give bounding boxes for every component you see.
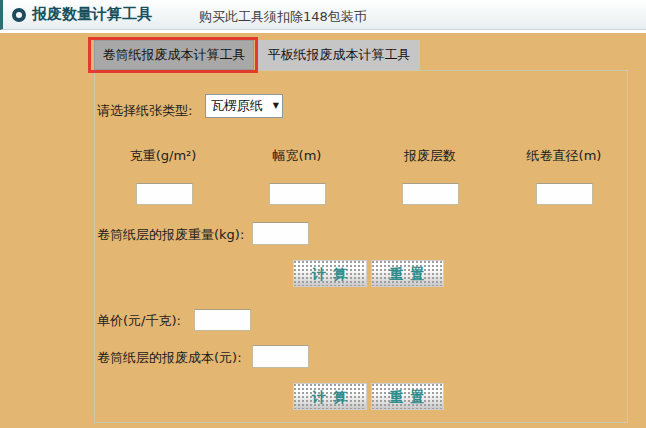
tab-flat-paper-calculator[interactable]: 平板纸报废成本计算工具: [256, 40, 420, 70]
calculate-cost-button[interactable]: 计 算: [293, 383, 367, 410]
grammage-input[interactable]: [136, 183, 193, 205]
diameter-input[interactable]: [536, 183, 593, 205]
column-header-width: 幅宽(m): [273, 147, 322, 165]
circle-bullet-icon: [12, 8, 26, 22]
tab-roll-paper-calculator[interactable]: 卷筒纸报废成本计算工具: [94, 40, 254, 70]
column-header-layers: 报废层数: [404, 147, 456, 165]
layers-input[interactable]: [402, 183, 459, 205]
form-panel-border: [94, 70, 628, 423]
calculate-weight-button[interactable]: 计 算: [293, 260, 367, 287]
unit-price-label: 单价(元/千克):: [97, 312, 181, 330]
paper-type-label: 请选择纸张类型:: [97, 102, 192, 120]
reset-weight-button[interactable]: 重 置: [371, 260, 444, 287]
app-window: 报废数量计算工具 购买此工具须扣除148包装币 卷筒纸报废成本计算工具 平板纸报…: [0, 0, 646, 428]
paper-type-selected-value: 瓦楞原纸: [211, 95, 269, 117]
paper-type-select[interactable]: 瓦楞原纸 ▼: [205, 94, 283, 118]
weight-result-label: 卷筒纸层的报废重量(kg):: [97, 226, 244, 244]
column-header-diameter: 纸卷直径(m): [527, 147, 602, 165]
dropdown-arrow-icon: ▼: [273, 102, 279, 110]
column-header-grammage: 克重(g/m²): [130, 147, 197, 165]
width-input[interactable]: [269, 183, 326, 205]
weight-result-input[interactable]: [252, 222, 309, 245]
purchase-cost-note: 购买此工具须扣除148包装币: [199, 8, 367, 26]
tool-panel: 卷筒纸报废成本计算工具 平板纸报废成本计算工具 请选择纸张类型: 瓦楞原纸 ▼ …: [0, 33, 646, 428]
reset-cost-button[interactable]: 重 置: [371, 383, 444, 410]
app-header: 报废数量计算工具 购买此工具须扣除148包装币: [0, 0, 646, 30]
unit-price-input[interactable]: [194, 309, 251, 331]
page-title: 报废数量计算工具: [32, 5, 152, 24]
cost-result-label: 卷筒纸层的报废成本(元):: [97, 349, 242, 367]
cost-result-input[interactable]: [252, 345, 309, 368]
